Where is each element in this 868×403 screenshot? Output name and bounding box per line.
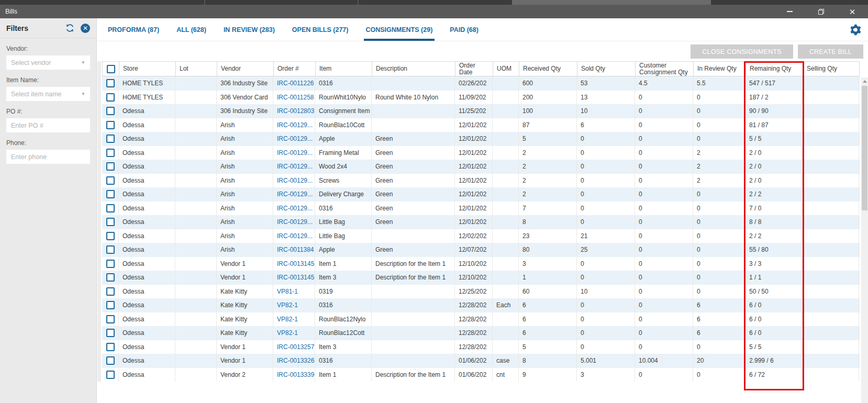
row-checkbox[interactable] xyxy=(106,162,115,171)
cell-order-number[interactable]: IRC-00129... xyxy=(273,160,315,174)
table-row[interactable]: HOME TYLES306 Vendor CardIRC-0011258Roun… xyxy=(102,91,860,105)
close-consignments-button[interactable]: CLOSE CONSIGNMENTS xyxy=(691,44,793,59)
table-row[interactable]: OdessaArishIRC-00129...Wood 2x4Green12/0… xyxy=(102,160,860,174)
table-row[interactable]: OdessaKate KittyVP82-1RounBlac12Cott12/2… xyxy=(102,326,860,340)
column-header-order-number[interactable]: Order # xyxy=(274,62,316,76)
cell-order-number[interactable]: IRC-0013339 xyxy=(273,368,315,382)
row-checkbox[interactable] xyxy=(106,315,115,323)
create-bill-button[interactable]: CREATE BILL xyxy=(798,44,863,59)
cell-order-number[interactable]: IRC-0011226 xyxy=(273,76,315,91)
cell-order-number[interactable]: VP82-1 xyxy=(273,312,315,327)
tab-open-bills-277[interactable]: OPEN BILLS (277) xyxy=(292,18,349,41)
column-header-remaining-qty[interactable]: Remaining Qty xyxy=(746,62,803,76)
row-checkbox[interactable] xyxy=(106,135,115,143)
table-row[interactable]: OdessaArishIRC-00129...Little BagGreen12… xyxy=(102,215,860,229)
row-checkbox[interactable] xyxy=(106,149,115,157)
gear-icon[interactable] xyxy=(849,24,861,36)
cell-order-number[interactable]: IRC-00129... xyxy=(273,146,315,160)
column-header-received-qty[interactable]: Received Qty xyxy=(519,62,577,76)
row-checkbox[interactable] xyxy=(106,343,115,351)
table-row[interactable]: OdessaVendor 1IRC-0013326031601/06/202ca… xyxy=(102,354,860,368)
row-checkbox[interactable] xyxy=(106,356,115,365)
row-checkbox[interactable] xyxy=(106,107,115,115)
cell-order-number[interactable]: IRC-0012803 xyxy=(273,104,315,118)
table-row[interactable]: OdessaArishIRC-00129...Delivery ChargeGr… xyxy=(102,187,860,202)
column-header-item[interactable]: Item xyxy=(316,62,372,76)
vendor-select[interactable]: Select vendor ▼ xyxy=(6,55,90,70)
table-row[interactable]: HOME TYLES306 Industry SiteIRC-001122603… xyxy=(102,76,860,91)
tab-in-review-283[interactable]: IN REVIEW (283) xyxy=(224,18,275,41)
cell-order-number[interactable]: IRC-00129... xyxy=(273,202,315,216)
tab-proforma-87[interactable]: PROFORMA (87) xyxy=(108,18,159,41)
table-row[interactable]: OdessaArishIRC-00129...AppleGreen12/01/2… xyxy=(102,132,860,146)
table-row[interactable]: OdessaArishIRC-00129...ScrewsGreen12/01/… xyxy=(102,174,860,188)
column-header-selling-qty[interactable]: Selling Qty xyxy=(803,62,860,76)
restore-button[interactable] xyxy=(817,7,825,16)
refresh-filters-icon[interactable] xyxy=(65,23,75,33)
item-name-select[interactable]: Select item name ▼ xyxy=(6,87,90,101)
table-row[interactable]: OdessaArishIRC-0011384AppleGreen12/07/20… xyxy=(102,243,860,257)
tab-paid-68[interactable]: PAID (68) xyxy=(450,18,478,41)
table-row[interactable]: OdessaKate KittyVP81-1031912/25/20260100… xyxy=(102,285,860,299)
column-header-in-review-qty[interactable]: In Review Qty xyxy=(694,62,746,76)
table-row[interactable]: OdessaArishIRC-00129...Little Bag12/02/2… xyxy=(102,229,860,243)
cell-order-number[interactable]: IRC-00129... xyxy=(273,187,315,202)
column-header-store[interactable]: Store xyxy=(119,62,176,76)
column-header-description[interactable]: Description xyxy=(372,62,455,76)
row-checkbox[interactable] xyxy=(106,79,115,87)
table-row[interactable]: OdessaArishIRC-00129...RounBlac10Cott12/… xyxy=(102,118,860,132)
column-header-vendor[interactable]: Vendor xyxy=(217,62,274,76)
cell-order-number[interactable]: IRC-00129... xyxy=(273,132,315,146)
row-checkbox[interactable] xyxy=(106,190,115,198)
table-row[interactable]: OdessaKate KittyVP82-1031612/28/202Each6… xyxy=(102,298,860,312)
po-input[interactable]: Enter PO # xyxy=(6,118,90,132)
table-row[interactable]: OdessaVendor 1IRC-0013145Item 3Descripti… xyxy=(102,271,860,285)
cell-order-number[interactable]: IRC-0013145 xyxy=(273,271,315,285)
column-header-uom[interactable]: UOM xyxy=(493,62,519,76)
cell-order-number[interactable]: IRC-0013145 xyxy=(273,257,315,271)
row-checkbox[interactable] xyxy=(106,232,115,240)
clear-filters-icon[interactable]: ✕ xyxy=(81,24,90,33)
cell-order-number[interactable]: IRC-00129... xyxy=(273,174,315,188)
table-row[interactable]: OdessaVendor 2IRC-0013339Item 1Descripti… xyxy=(102,368,860,382)
tab-all-628[interactable]: ALL (628) xyxy=(176,18,206,41)
vertical-scrollbar[interactable] xyxy=(861,77,868,403)
table-row[interactable]: Odessa306 Industry SiteIRC-0012803Consig… xyxy=(102,104,860,118)
close-button[interactable]: ✕ xyxy=(848,7,856,16)
tab-consignments-29[interactable]: CONSIGNMENTS (29) xyxy=(366,18,433,41)
cell-order-number[interactable]: VP82-1 xyxy=(273,326,315,340)
row-checkbox[interactable] xyxy=(106,287,115,296)
column-header-lot[interactable]: Lot xyxy=(176,62,217,76)
table-row[interactable]: OdessaArishIRC-00129...Framing MetalGree… xyxy=(102,146,860,160)
select-all-checkbox[interactable] xyxy=(107,65,115,73)
table-row[interactable]: OdessaVendor 1IRC-0013145Item 1Descripti… xyxy=(102,257,860,271)
column-header-order-date[interactable]: Order Date xyxy=(455,62,493,76)
cell-order-number[interactable]: IRC-0013257 xyxy=(273,340,315,354)
row-checkbox[interactable] xyxy=(106,176,115,185)
column-header-customer-consignment-qty[interactable]: Customer Consignment Qty xyxy=(636,62,694,76)
row-checkbox[interactable] xyxy=(106,273,115,282)
row-checkbox[interactable] xyxy=(106,301,115,309)
table-row[interactable]: OdessaVendor 1IRC-0013257Item 312/28/202… xyxy=(102,340,860,354)
table-row[interactable]: OdessaArishIRC-00129...0316Green12/01/20… xyxy=(102,202,860,216)
minimize-button[interactable] xyxy=(785,7,794,16)
cell-order-number[interactable]: IRC-00129... xyxy=(273,118,315,132)
cell-order-number[interactable]: IRC-00129... xyxy=(273,215,315,229)
row-checkbox[interactable] xyxy=(106,329,115,337)
cell-order-number[interactable]: IRC-00129... xyxy=(273,229,315,243)
row-checkbox[interactable] xyxy=(106,245,115,254)
cell-order-number[interactable]: VP82-1 xyxy=(273,298,315,312)
cell-order-number[interactable]: IRC-0011258 xyxy=(273,91,315,105)
phone-input[interactable]: Enter phone xyxy=(6,150,90,164)
row-checkbox[interactable] xyxy=(106,218,115,226)
table-row[interactable]: OdessaKate KittyVP82-1RounBlac12Nylo12/2… xyxy=(102,312,860,327)
cell-order-number[interactable]: IRC-0013326 xyxy=(273,354,315,368)
row-checkbox[interactable] xyxy=(106,121,115,129)
cell-order-number[interactable]: IRC-0011384 xyxy=(273,243,315,257)
cell-order-number[interactable]: VP81-1 xyxy=(273,285,315,299)
column-header-sold-qty[interactable]: Sold Qty xyxy=(577,62,636,76)
row-checkbox[interactable] xyxy=(106,260,115,268)
scrollbar-thumb[interactable] xyxy=(862,86,867,210)
row-checkbox[interactable] xyxy=(106,371,115,379)
row-checkbox[interactable] xyxy=(106,93,115,102)
